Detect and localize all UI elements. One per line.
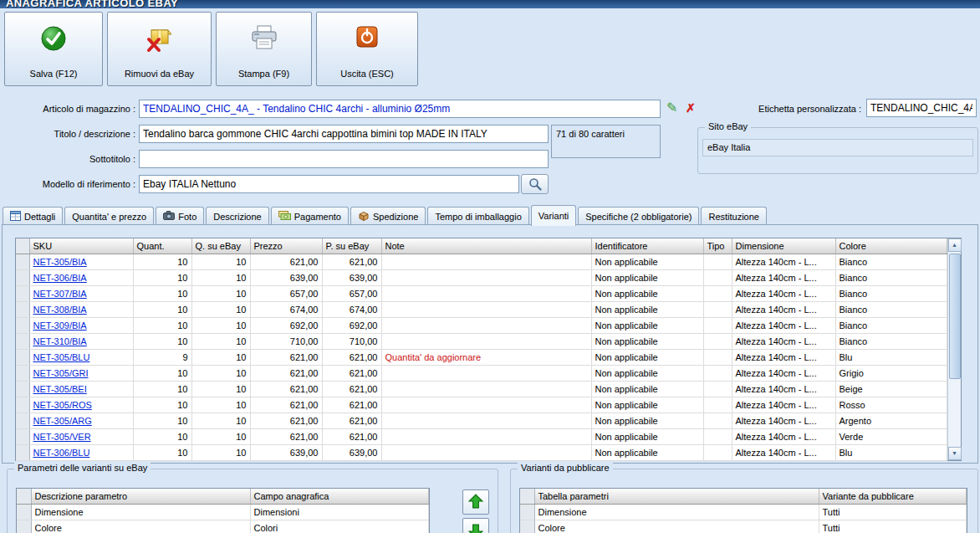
cell-colore[interactable]: Bianco bbox=[835, 254, 947, 269]
row-selector[interactable] bbox=[16, 365, 29, 381]
cell-dimensione[interactable]: Altezza 140cm - L... bbox=[732, 333, 835, 349]
cell-p-su-ebay[interactable]: 710,00 bbox=[322, 333, 381, 349]
column-header-tipo[interactable]: Tipo bbox=[703, 238, 732, 254]
modello-input[interactable] bbox=[139, 175, 519, 193]
column-header-quant[interactable]: Quant. bbox=[133, 238, 191, 254]
cell-prezzo[interactable]: 692,00 bbox=[250, 317, 322, 333]
clear-icon[interactable]: ✗ bbox=[686, 101, 696, 115]
column-header-tabella-parametri[interactable]: Tabella parametri bbox=[534, 489, 819, 504]
cell-p-su-ebay[interactable]: 639,00 bbox=[322, 444, 381, 460]
cell-tipo[interactable] bbox=[703, 269, 732, 285]
cell-note[interactable] bbox=[381, 269, 591, 285]
cell-descrizione-parametro[interactable]: Dimensione bbox=[31, 504, 250, 520]
print-button[interactable]: Stampa (F9) bbox=[216, 12, 312, 86]
cell-dimensione[interactable]: Altezza 140cm - L... bbox=[732, 269, 835, 285]
cell-dimensione[interactable]: Altezza 140cm - L... bbox=[732, 301, 835, 317]
cell-colore[interactable]: Verde bbox=[835, 428, 947, 444]
cell-dimensione[interactable]: Altezza 140cm - L... bbox=[732, 285, 835, 301]
cell-identificatore[interactable]: Non applicabile bbox=[591, 317, 703, 333]
cell-note[interactable] bbox=[381, 285, 591, 301]
row-selector[interactable] bbox=[16, 285, 29, 301]
sku-link[interactable]: NET-305/BEI bbox=[33, 384, 87, 394]
cell-p-su-ebay[interactable]: 621,00 bbox=[322, 413, 381, 428]
cell-p-su-ebay[interactable]: 621,00 bbox=[322, 349, 381, 365]
cell-colore[interactable]: Bianco bbox=[835, 333, 947, 349]
cell-variante-da-pubblicare[interactable]: Tutti bbox=[819, 520, 966, 533]
cell-dimensione[interactable]: Altezza 140cm - L... bbox=[732, 317, 835, 333]
cell-colore[interactable]: Grigio bbox=[835, 365, 947, 381]
row-selector[interactable] bbox=[520, 504, 534, 520]
cell-colore[interactable]: Bianco bbox=[835, 301, 947, 317]
cell-q-su-ebay[interactable]: 10 bbox=[191, 301, 250, 317]
cell-dimensione[interactable]: Altezza 140cm - L... bbox=[732, 254, 835, 269]
cell-dimensione[interactable]: Altezza 140cm - L... bbox=[732, 349, 835, 365]
cell-p-su-ebay[interactable]: 674,00 bbox=[322, 301, 381, 317]
row-selector[interactable] bbox=[16, 301, 29, 317]
exit-button[interactable]: Uscita (ESC) bbox=[316, 12, 418, 86]
cell-q-su-ebay[interactable]: 10 bbox=[191, 397, 250, 413]
cell-colore[interactable]: Bianco bbox=[835, 269, 947, 285]
cell-note[interactable] bbox=[381, 301, 591, 317]
cell-dimensione[interactable]: Altezza 140cm - L... bbox=[732, 444, 835, 460]
cell-tipo[interactable] bbox=[703, 301, 732, 317]
cell-quant[interactable]: 10 bbox=[133, 365, 191, 381]
column-header-p-su-ebay[interactable]: P. su eBay bbox=[322, 238, 381, 254]
remove-from-ebay-button[interactable]: Rimuovi da eBay bbox=[107, 12, 212, 86]
row-selector[interactable] bbox=[16, 333, 29, 349]
tab-dettagli[interactable]: Dettagli bbox=[3, 207, 63, 225]
cell-dimensione[interactable]: Altezza 140cm - L... bbox=[732, 413, 835, 428]
cell-note[interactable] bbox=[381, 333, 591, 349]
edit-icon[interactable]: ✎ bbox=[666, 100, 677, 115]
cell-tipo[interactable] bbox=[703, 428, 732, 444]
cell-identificatore[interactable]: Non applicabile bbox=[591, 254, 703, 269]
cell-prezzo[interactable]: 621,00 bbox=[250, 381, 322, 397]
cell-identificatore[interactable]: Non applicabile bbox=[591, 365, 703, 381]
cell-identificatore[interactable]: Non applicabile bbox=[591, 428, 703, 444]
cell-identificatore[interactable]: Non applicabile bbox=[591, 301, 703, 317]
cell-q-su-ebay[interactable]: 10 bbox=[191, 254, 250, 269]
tab-varianti[interactable]: Varianti bbox=[531, 205, 576, 226]
cell-prezzo[interactable]: 621,00 bbox=[250, 428, 322, 444]
row-selector[interactable] bbox=[17, 520, 31, 533]
lookup-button[interactable] bbox=[521, 174, 549, 194]
tab-foto[interactable]: Foto bbox=[156, 207, 204, 225]
sku-link[interactable]: NET-310/BIA bbox=[33, 336, 87, 346]
cell-p-su-ebay[interactable]: 621,00 bbox=[322, 254, 381, 269]
row-selector[interactable] bbox=[16, 254, 29, 269]
tab-specifiche[interactable]: Specifiche (2 obbligatorie) bbox=[578, 207, 699, 225]
sku-link[interactable]: NET-308/BIA bbox=[33, 305, 87, 315]
cell-quant[interactable]: 10 bbox=[133, 333, 191, 349]
cell-identificatore[interactable]: Non applicabile bbox=[591, 413, 703, 428]
tab-restituzione[interactable]: Restituzione bbox=[701, 207, 767, 225]
cell-p-su-ebay[interactable]: 692,00 bbox=[322, 317, 381, 333]
sku-link[interactable]: NET-305/VER bbox=[33, 432, 91, 442]
cell-note[interactable]: Quantita' da aggiornare bbox=[381, 349, 591, 365]
cell-prezzo[interactable]: 639,00 bbox=[250, 444, 322, 460]
cell-note[interactable] bbox=[381, 381, 591, 397]
titolo-input[interactable] bbox=[139, 125, 549, 143]
cell-dimensione[interactable]: Altezza 140cm - L... bbox=[732, 397, 835, 413]
scroll-down-button[interactable]: ▼ bbox=[948, 447, 962, 460]
cell-q-su-ebay[interactable]: 10 bbox=[191, 317, 250, 333]
row-selector[interactable] bbox=[16, 397, 29, 413]
cell-q-su-ebay[interactable]: 10 bbox=[191, 428, 250, 444]
cell-note[interactable] bbox=[381, 397, 591, 413]
cell-p-su-ebay[interactable]: 639,00 bbox=[322, 269, 381, 285]
cell-tipo[interactable] bbox=[703, 317, 732, 333]
cell-colore[interactable]: Beige bbox=[835, 381, 947, 397]
cell-note[interactable] bbox=[381, 428, 591, 444]
sottotitolo-input[interactable] bbox=[139, 150, 549, 168]
cell-q-su-ebay[interactable]: 10 bbox=[191, 285, 250, 301]
sku-link[interactable]: NET-305/BLU bbox=[33, 352, 90, 362]
cell-dimensione[interactable]: Altezza 140cm - L... bbox=[732, 428, 835, 444]
column-header-descrizione-parametro[interactable]: Descrizione parametro bbox=[31, 489, 250, 504]
cell-prezzo[interactable]: 621,00 bbox=[250, 254, 322, 269]
cell-tipo[interactable] bbox=[703, 397, 732, 413]
cell-identificatore[interactable]: Non applicabile bbox=[591, 285, 703, 301]
cell-prezzo[interactable]: 657,00 bbox=[250, 285, 322, 301]
cell-prezzo[interactable]: 621,00 bbox=[250, 413, 322, 428]
cell-note[interactable] bbox=[381, 317, 591, 333]
cell-dimensione[interactable]: Altezza 140cm - L... bbox=[732, 365, 835, 381]
sku-link[interactable]: NET-306/BIA bbox=[33, 273, 87, 283]
row-selector[interactable] bbox=[16, 317, 29, 333]
